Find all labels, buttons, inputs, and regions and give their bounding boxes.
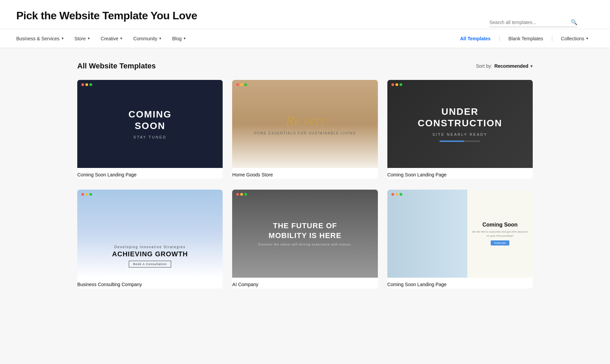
thumb-consulting-big: ACHIEVING GROWTH bbox=[112, 250, 188, 258]
thumb-small-text: STAY TUNED bbox=[134, 135, 167, 139]
section-title: All Website Templates bbox=[77, 62, 156, 70]
template-card-business-consulting[interactable]: Developing Innovative Strategies ACHIEVI… bbox=[77, 190, 223, 288]
template-thumb-coming-soon-3: Coming Soon Be the first to subscribe an… bbox=[387, 190, 533, 278]
thumb-progress-fill bbox=[440, 141, 464, 142]
thumb-consulting-btn: Book A Consultation bbox=[129, 261, 171, 267]
sort-label: Sort by: bbox=[476, 63, 492, 69]
template-label-coming-soon-1: Coming Soon Landing Page bbox=[77, 168, 223, 179]
template-thumb-coming-soon-1: COMINGSOON STAY TUNED bbox=[77, 80, 223, 168]
template-grid: COMINGSOON STAY TUNED Coming Soon Landin… bbox=[77, 80, 533, 288]
thumb-dots-5 bbox=[236, 193, 247, 196]
nav-item-store[interactable]: Store bbox=[75, 30, 90, 47]
thumb-under-text: UNDERCONSTRUCTION bbox=[418, 106, 503, 129]
dot-green-2 bbox=[244, 83, 247, 86]
main-content: All Website Templates Sort by: Recommend… bbox=[61, 48, 549, 302]
template-label-consulting: Business Consulting Company bbox=[77, 278, 223, 288]
thumb-cs3-desc: Be the first to subscribe and get 20% di… bbox=[471, 230, 529, 237]
thumb-dots-4 bbox=[81, 193, 92, 196]
thumb-dots-2 bbox=[236, 83, 247, 86]
nav-item-creative[interactable]: Creative bbox=[101, 30, 122, 47]
page-header: Pick the Website Template You Love 🔍 bbox=[0, 0, 610, 29]
nav-item-community[interactable]: Community bbox=[133, 30, 161, 47]
dot-red-2 bbox=[236, 83, 239, 86]
thumb-dots-1 bbox=[81, 83, 92, 86]
thumb-cs3-btn: Subscribe bbox=[491, 240, 510, 245]
search-bar[interactable]: 🔍 bbox=[489, 19, 577, 27]
thumb-ai-text: THE FUTURE OFMOBILITY IS HERE bbox=[269, 221, 342, 240]
nav-bar: Business & Services Store Creative Commu… bbox=[0, 29, 610, 48]
nav-item-all-templates[interactable]: All Templates bbox=[455, 30, 496, 47]
thumb-revert-sub: HOME ESSENTIALS FOR SUSTAINABLE LIVING bbox=[254, 131, 356, 135]
thumb-consulting-small: Developing Innovative Strategies bbox=[115, 245, 186, 249]
thumb-cs3-left bbox=[387, 190, 467, 278]
template-label-ai: AI Company bbox=[232, 278, 378, 288]
dot-green-4 bbox=[89, 193, 92, 196]
dot-yellow-2 bbox=[240, 83, 243, 86]
nav-item-blank-templates[interactable]: Blank Templates bbox=[503, 30, 548, 47]
thumb-cs3-figure bbox=[407, 203, 448, 264]
nav-item-blog[interactable]: Blog bbox=[172, 30, 186, 47]
template-label-under-construction: Coming Soon Landing Page bbox=[387, 168, 533, 179]
thumb-revert-text: Re.vert bbox=[286, 113, 324, 129]
dot-yellow bbox=[85, 83, 88, 86]
template-label-home-goods: Home Goods Store bbox=[232, 168, 378, 179]
dot-yellow-5 bbox=[240, 193, 243, 196]
dot-red-4 bbox=[81, 193, 84, 196]
nav-right: All Templates | Blank Templates | Collec… bbox=[455, 30, 594, 47]
dot-red-3 bbox=[391, 83, 394, 86]
search-input[interactable] bbox=[489, 20, 569, 25]
thumb-progress-bar bbox=[440, 141, 480, 142]
thumb-under-sub: SITE NEARLY READY bbox=[432, 132, 487, 136]
nav-item-collections[interactable]: Collections bbox=[556, 30, 594, 47]
dot-green-6 bbox=[400, 193, 402, 196]
template-card-coming-soon-3[interactable]: Coming Soon Be the first to subscribe an… bbox=[387, 190, 533, 288]
dot-green bbox=[89, 83, 92, 86]
dot-red-5 bbox=[236, 193, 239, 196]
thumb-cs3-right: Coming Soon Be the first to subscribe an… bbox=[467, 190, 533, 278]
nav-item-business[interactable]: Business & Services bbox=[16, 30, 64, 47]
dot-yellow-3 bbox=[395, 83, 398, 86]
thumb-cs3-coming-text: Coming Soon bbox=[482, 222, 517, 228]
thumb-ai-sub: Discover the safest self-driving experie… bbox=[258, 243, 352, 246]
search-icon[interactable]: 🔍 bbox=[571, 19, 577, 25]
template-card-under-construction[interactable]: UNDERCONSTRUCTION SITE NEARLY READY Comi… bbox=[387, 80, 533, 179]
thumb-dots-3 bbox=[391, 83, 402, 86]
template-label-coming-soon-3: Coming Soon Landing Page bbox=[387, 278, 533, 288]
sort-value: Recommended bbox=[494, 63, 528, 69]
header-top: Pick the Website Template You Love 🔍 bbox=[16, 9, 594, 22]
template-thumb-consulting: Developing Innovative Strategies ACHIEVI… bbox=[77, 190, 223, 278]
dot-yellow-6 bbox=[395, 193, 398, 196]
dot-green-3 bbox=[400, 83, 402, 86]
template-thumb-home-goods: Re.vert HOME ESSENTIALS FOR SUSTAINABLE … bbox=[232, 80, 378, 168]
template-card-home-goods[interactable]: Re.vert HOME ESSENTIALS FOR SUSTAINABLE … bbox=[232, 80, 378, 179]
sort-arrow-icon: ▾ bbox=[530, 63, 533, 69]
dot-red-6 bbox=[391, 193, 394, 196]
template-card-ai-company[interactable]: THE FUTURE OFMOBILITY IS HERE Discover t… bbox=[232, 190, 378, 288]
section-header: All Website Templates Sort by: Recommend… bbox=[77, 62, 533, 70]
template-thumb-under-construction: UNDERCONSTRUCTION SITE NEARLY READY bbox=[387, 80, 533, 168]
dot-red bbox=[81, 83, 84, 86]
thumb-big-text: COMINGSOON bbox=[128, 109, 171, 131]
dot-yellow-4 bbox=[85, 193, 88, 196]
template-thumb-ai: THE FUTURE OFMOBILITY IS HERE Discover t… bbox=[232, 190, 378, 278]
nav-divider-1: | bbox=[499, 35, 501, 42]
sort-by[interactable]: Sort by: Recommended ▾ bbox=[476, 63, 533, 69]
template-card-coming-soon-1[interactable]: COMINGSOON STAY TUNED Coming Soon Landin… bbox=[77, 80, 223, 179]
nav-left: Business & Services Store Creative Commu… bbox=[16, 30, 455, 47]
dot-green-5 bbox=[244, 193, 247, 196]
nav-divider-2: | bbox=[551, 35, 553, 42]
thumb-dots-6 bbox=[391, 193, 402, 196]
